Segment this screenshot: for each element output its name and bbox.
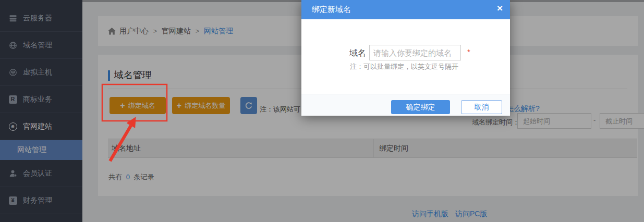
modal-footer: 确定绑定 取消 [301, 94, 510, 116]
confirm-bind-button[interactable]: 确定绑定 [391, 100, 450, 114]
domain-field-label: 域名 [349, 48, 366, 59]
close-icon[interactable]: × [497, 3, 503, 13]
bind-new-domain-modal: 绑定新域名 × 域名 * 注：可以批量绑定，以英文逗号隔开 确定绑定 取消 [301, 0, 510, 116]
modal-header: 绑定新域名 × [301, 0, 510, 19]
required-asterisk: * [467, 47, 470, 56]
cancel-button[interactable]: 取消 [461, 100, 502, 114]
modal-note: 注：可以批量绑定，以英文逗号隔开 [350, 62, 458, 71]
modal-title: 绑定新域名 [312, 5, 351, 15]
domain-input[interactable] [369, 45, 461, 60]
